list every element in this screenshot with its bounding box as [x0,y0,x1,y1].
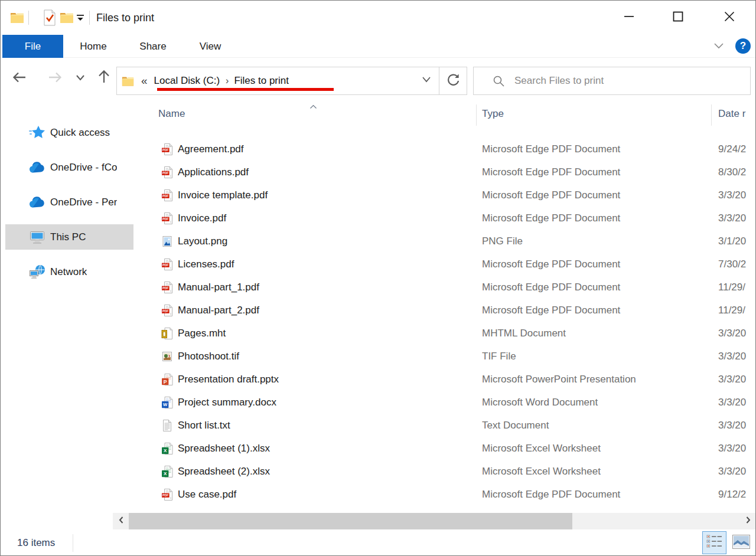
svg-text:PDF: PDF [162,148,168,151]
close-button[interactable] [716,5,742,31]
forward-button[interactable] [47,70,63,87]
file-row[interactable]: PDF Invoice template.pdf Microsoft Edge … [136,184,755,207]
file-type: Microsoft Excel Worksheet [482,443,718,454]
file-row[interactable]: P Presentation draft.pptx Microsoft Powe… [136,368,755,391]
column-divider[interactable] [476,104,477,126]
sidebar-item[interactable]: OneDrive - Per [5,189,133,215]
file-date-modified: 8/30/2 [718,166,755,178]
file-type: MHTML Document [482,328,718,339]
file-row[interactable]: PDF Invoice.pdf Microsoft Edge PDF Docum… [136,207,755,230]
pdf-file-icon: PDF [161,489,173,501]
thumbnail-view-button[interactable] [729,531,753,554]
column-header-date-modified[interactable]: Date r [718,108,745,120]
file-row[interactable]: PDF Agreement.pdf Microsoft Edge PDF Doc… [136,138,755,161]
details-view-button[interactable] [702,531,726,554]
svg-text:PDF: PDF [162,309,168,312]
file-row[interactable]: Short list.txt Text Document 3/3/20 [136,414,755,437]
svg-text:X: X [164,448,167,453]
toolbar-dropdown-icon[interactable] [76,13,85,23]
file-date-modified: 3/3/20 [718,397,755,408]
file-name: Applications.pdf [178,166,482,178]
help-button[interactable]: ? [735,38,751,54]
file-row[interactable]: PDF Applications.pdf Microsoft Edge PDF … [136,161,755,184]
horizontal-scrollbar[interactable] [113,513,756,529]
file-row[interactable]: PDF Licenses.pdf Microsoft Edge PDF Docu… [136,253,755,276]
expand-ribbon-button[interactable] [711,40,727,54]
status-divider [73,534,73,552]
file-row[interactable]: Photoshoot.tif TIF File 3/3/20 [136,345,755,368]
tab-home[interactable]: Home [71,35,115,58]
file-type: Text Document [482,420,718,431]
onedrive-cloud-icon [28,161,47,174]
window-title: Files to print [96,1,154,35]
breadcrumb-overflow[interactable]: « [141,74,148,87]
chevron-right-icon [745,515,752,527]
file-name: Manual-part_2.pdf [178,305,482,316]
file-name: Spreadsheet (1).xlsx [178,443,482,454]
file-date-modified: 3/3/20 [718,374,755,385]
mht-file-icon [161,328,173,339]
file-type: Microsoft Edge PDF Document [482,189,718,201]
file-type: Microsoft Edge PDF Document [482,282,718,293]
maximize-button[interactable] [665,5,691,31]
column-header-type[interactable]: Type [482,108,504,120]
sidebar-item-label: Quick access [50,127,110,139]
svg-text:PDF: PDF [162,263,168,266]
file-name: Manual-part_1.pdf [178,282,482,293]
file-type: Microsoft Edge PDF Document [482,212,718,224]
sidebar-item[interactable]: Network [5,259,133,284]
search-input[interactable] [514,75,750,87]
tif-file-icon [161,351,173,362]
recent-locations-button[interactable] [75,75,86,83]
file-row[interactable]: Layout.png PNG File 3/1/20 [136,230,755,253]
file-row[interactable]: X Spreadsheet (1).xlsx Microsoft Excel W… [136,437,755,460]
scroll-right-button[interactable] [740,513,756,529]
file-row[interactable]: W Project summary.docx Microsoft Word Do… [136,391,755,414]
folder-icon [122,74,134,88]
sidebar-item[interactable]: OneDrive - fCo [5,155,133,180]
refresh-button[interactable] [439,67,467,94]
file-row[interactable]: PDF Manual-part_1.pdf Microsoft Edge PDF… [136,276,755,299]
file-type: Microsoft Edge PDF Document [482,489,718,501]
breadcrumb-segment-files-to-print[interactable]: Files to print [234,75,289,87]
up-arrow-icon [96,68,112,87]
breadcrumb-segment-local-disk[interactable]: Local Disk (C:) [154,75,220,87]
sidebar-item[interactable]: Quick access [5,120,133,145]
column-divider[interactable] [711,104,712,126]
minimize-button[interactable] [616,5,642,31]
titlebar-divider [28,11,29,25]
file-date-modified: 3/1/20 [718,236,755,247]
breadcrumb-separator: › [226,76,229,86]
tab-share[interactable]: Share [131,35,175,58]
column-header-name[interactable]: Name [158,108,185,120]
sort-ascending-icon [309,101,317,112]
file-row[interactable]: Pages.mht MHTML Document 3/3/20 [136,322,755,345]
folder-icon[interactable] [60,10,74,25]
back-button[interactable] [11,70,28,87]
file-rows: PDF Agreement.pdf Microsoft Edge PDF Doc… [136,138,755,506]
svg-text:PDF: PDF [162,493,168,496]
scroll-left-button[interactable] [113,513,129,529]
pdf-file-icon: PDF [161,143,173,155]
ribbon-tab-strip: File Home Share View ? [1,35,755,58]
file-name: Use case.pdf [178,489,482,501]
properties-check-icon[interactable] [43,9,57,27]
file-name: Photoshoot.tif [178,351,482,362]
file-explorer-window: Files to print File Home Share View ? « … [0,0,756,556]
network-icon [28,264,47,280]
up-button[interactable] [96,70,112,86]
sidebar-item[interactable]: This PC [5,224,133,250]
titlebar-divider [89,11,90,25]
tab-file[interactable]: File [2,35,63,58]
tab-view[interactable]: View [188,35,232,58]
chevron-down-icon [712,41,726,54]
file-row[interactable]: X Spreadsheet (2).xlsx Microsoft Excel W… [136,460,755,483]
address-dropdown-button[interactable] [414,67,439,94]
file-date-modified: 11/29/ [718,282,755,293]
file-row[interactable]: PDF Use case.pdf Microsoft Edge PDF Docu… [136,483,755,506]
sidebar-item-label: OneDrive - Per [50,197,117,208]
scrollbar-thumb[interactable] [129,513,572,529]
file-date-modified: 3/3/20 [718,328,755,339]
file-row[interactable]: PDF Manual-part_2.pdf Microsoft Edge PDF… [136,299,755,322]
svg-text:PDF: PDF [162,194,168,197]
